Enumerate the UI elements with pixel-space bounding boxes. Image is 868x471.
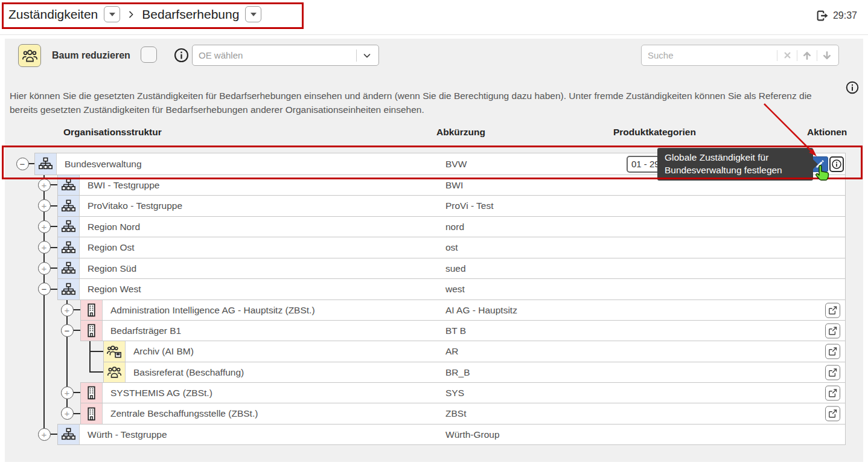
org-structure-icon [35, 153, 57, 175]
page-description: Hier können Sie die gesetzten Zuständigk… [10, 89, 838, 117]
org-abbreviation: BR_B [445, 367, 470, 378]
tree-expand-toggle[interactable]: + [38, 241, 51, 254]
open-external-button[interactable] [825, 385, 840, 400]
tree-connector-line [49, 184, 57, 185]
tree-expand-toggle[interactable]: + [61, 386, 74, 399]
actions-cell [825, 406, 840, 421]
open-external-button[interactable] [825, 365, 840, 380]
open-external-button[interactable] [825, 344, 840, 359]
org-abbreviation: ProVi - Test [445, 200, 494, 211]
logout-icon[interactable] [815, 9, 829, 22]
org-abbreviation: nord [445, 222, 464, 232]
divider [356, 50, 357, 62]
tree-connector-line [49, 247, 57, 248]
search-next-icon[interactable] [820, 49, 834, 62]
tree-connector-line [49, 268, 57, 269]
open-external-button[interactable] [825, 406, 840, 421]
tree-expand-toggle[interactable]: + [38, 262, 51, 275]
actions-cell [825, 323, 840, 338]
tree-connector-line [49, 289, 57, 290]
open-external-button[interactable] [825, 303, 840, 318]
tree-collapse-toggle[interactable]: − [61, 324, 74, 337]
tree-expand-toggle[interactable]: + [38, 179, 51, 191]
org-name: Basisreferat (Beschaffung) [133, 367, 244, 378]
reduce-tree-checkbox[interactable] [141, 46, 157, 63]
search-clear-icon[interactable] [780, 49, 794, 62]
breadcrumb-dropdown-zustaendigkeiten[interactable] [104, 6, 120, 22]
tree-connector-line [90, 351, 104, 352]
table-row[interactable]: Würth - TestgruppeWürth-Group [57, 424, 846, 445]
divider [817, 50, 817, 61]
divider [797, 50, 797, 61]
search-prev-icon[interactable] [800, 49, 814, 62]
tree-connector-line [49, 434, 57, 435]
org-structure-icon [58, 258, 80, 278]
tree-collapse-toggle[interactable]: − [38, 283, 51, 295]
tree-connector-line [43, 175, 45, 434]
org-structure-icon [58, 217, 80, 237]
table-row[interactable]: Region Westwest [57, 278, 846, 300]
tree-connector-line [49, 226, 57, 227]
building-icon [81, 300, 103, 320]
org-abbreviation: ZBSt [445, 408, 466, 419]
tree-expand-toggle[interactable]: + [38, 220, 51, 233]
org-structure-icon [58, 237, 80, 258]
open-external-button[interactable] [825, 323, 840, 338]
actions-cell [825, 385, 840, 400]
table-row[interactable]: Region Ostost [57, 237, 846, 258]
org-name: Region Ost [88, 242, 135, 253]
search-input[interactable] [646, 50, 774, 61]
org-name: Region West [88, 284, 141, 295]
tree-expand-toggle[interactable]: + [38, 199, 51, 212]
app-window: Zuständigkeiten Bedarfserhebung 29:37 Ba… [0, 0, 868, 471]
building-icon [81, 403, 103, 424]
table-row[interactable]: Region Nordnord [57, 216, 846, 237]
tree-connector-line [72, 392, 80, 393]
org-abbreviation: AI AG - Hauptsitz [445, 305, 517, 316]
org-name: Region Süd [88, 263, 136, 274]
chevron-down-icon [251, 13, 257, 16]
org-name: Zentrale Beschaffungsstelle (ZBSt.) [110, 408, 258, 419]
table-row[interactable]: Administration Intelligence AG - Hauptsi… [80, 300, 846, 321]
org-name: Region Nord [88, 222, 140, 232]
org-abbreviation: ost [445, 242, 458, 253]
table-row[interactable]: Region Südsued [57, 258, 846, 279]
building-icon [81, 383, 103, 403]
tree-expand-toggle[interactable]: + [61, 304, 74, 316]
reduce-tree-button[interactable] [18, 44, 41, 67]
table-row[interactable]: ProVitako - TestgruppeProVi - Test [57, 195, 846, 217]
column-header-organisationsstruktur: Organisationsstruktur [63, 127, 162, 138]
org-structure-icon [58, 196, 80, 216]
tooltip-text: Globale Zuständigkeit für Bundesverwaltu… [665, 152, 782, 175]
building-icon [81, 321, 103, 341]
breadcrumb-item-zustaendigkeiten[interactable]: Zuständigkeiten [8, 7, 98, 22]
table-row[interactable]: Archiv (AI BM)AR [103, 341, 846, 362]
org-name: SYSTHEMIS AG (ZBSt.) [110, 388, 212, 399]
org-abbreviation: SYS [445, 388, 464, 399]
description-info-icon[interactable] [845, 80, 860, 95]
org-name: Würth - Testgruppe [88, 429, 167, 440]
chevron-down-icon [362, 50, 372, 61]
table-row[interactable]: SYSTHEMIS AG (ZBSt.)SYS [80, 382, 846, 403]
tooltip-globale-zustaendigkeit: Globale Zuständigkeit für Bundesverwaltu… [657, 148, 813, 181]
breadcrumb-item-bedarfserhebung[interactable]: Bedarfserhebung [142, 7, 239, 22]
actions-cell [825, 365, 840, 380]
tree-expand-toggle[interactable]: + [38, 428, 51, 441]
table-row[interactable]: Basisreferat (Beschaffung)BR_B [103, 362, 846, 383]
session-area: 29:37 [815, 9, 857, 22]
tree-connector-line [90, 371, 104, 373]
search-box [641, 45, 839, 66]
tree-connector-line [72, 309, 80, 310]
org-abbreviation: west [445, 284, 465, 295]
tree-connector-line [72, 413, 80, 414]
table-row[interactable]: Zentrale Beschaffungsstelle (ZBSt.)ZBSt [80, 403, 846, 425]
oe-select[interactable]: OE wählen [192, 45, 379, 66]
row-info-button[interactable] [829, 156, 844, 172]
tree-expand-toggle[interactable]: + [61, 407, 74, 420]
people-group-icon [22, 48, 38, 64]
breadcrumb-dropdown-bedarfserhebung[interactable] [245, 6, 261, 22]
toolbar-info-icon[interactable] [173, 47, 190, 63]
org-name: Archiv (AI BM) [133, 346, 194, 357]
tree-collapse-toggle[interactable]: − [16, 158, 29, 170]
table-row[interactable]: Bedarfsträger B1BT B [80, 320, 846, 341]
